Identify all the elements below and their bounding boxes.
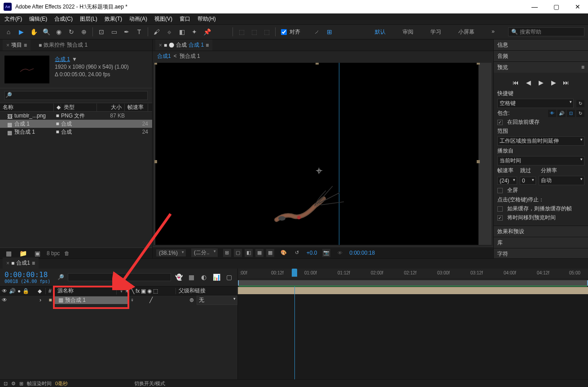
loop-icon[interactable]: ↻	[576, 110, 584, 117]
viewer-canvas[interactable]	[154, 63, 491, 245]
menu-animation[interactable]: 动画(A)	[127, 14, 149, 24]
transparency-icon[interactable]: ▩	[266, 249, 274, 257]
workspace-review[interactable]: 审阅	[401, 28, 415, 36]
last-frame-button[interactable]: ⏭	[562, 78, 570, 87]
col-audio-icon[interactable]: 🔊	[9, 288, 16, 294]
project-item[interactable]: ▦预合成 1 ■合成24	[0, 128, 152, 136]
menu-effect[interactable]: 效果(T)	[103, 14, 124, 24]
col-source-name[interactable]: 源名称	[55, 287, 117, 295]
timeline-search-input[interactable]	[68, 273, 171, 281]
workspace-default[interactable]: 默认	[373, 28, 387, 36]
effects-panel-header[interactable]: 效果和预设	[494, 226, 588, 237]
if-cached-checkbox[interactable]	[497, 206, 503, 212]
viewer-timecode[interactable]: 0:00:00:18	[349, 250, 375, 256]
3d-tool-1[interactable]: ⬚	[237, 27, 246, 37]
parent-dropdown[interactable]: 无	[197, 296, 237, 305]
fps-dropdown[interactable]: (24)	[497, 177, 517, 185]
col-visibility-icon[interactable]: 👁	[2, 288, 7, 294]
range-dropdown[interactable]: 工作区域按当前时间延伸	[497, 136, 584, 146]
menu-help[interactable]: 帮助(H)	[196, 14, 218, 24]
snap-opt-1[interactable]: ⟋	[312, 27, 322, 37]
breadcrumb-parent[interactable]: 预合成 1	[180, 52, 200, 60]
exposure-reset-icon[interactable]: ↺	[293, 249, 301, 257]
tl-icon-draft3d[interactable]: ▢	[224, 272, 234, 282]
mask-icon[interactable]: ▢	[234, 249, 242, 257]
play-button[interactable]: ▶	[536, 78, 545, 87]
viewer-tab[interactable]: × ■ ⚪ 合成 合成 1 ≡	[155, 39, 212, 51]
camera-tool[interactable]: ⊕	[79, 27, 89, 37]
include-video-icon[interactable]: 👁	[548, 110, 556, 117]
work-area-bar[interactable]	[238, 280, 588, 286]
tl-icon-shy[interactable]: 👻	[174, 272, 184, 282]
project-item[interactable]: ▦合成 1 ■合成24	[0, 120, 152, 128]
reset-icon[interactable]: ↻	[576, 100, 584, 107]
region-icon[interactable]: ◧	[245, 249, 253, 257]
color-icon[interactable]: 🎨	[280, 249, 288, 257]
first-frame-button[interactable]: ⏮	[511, 78, 520, 87]
menu-file[interactable]: 文件(F)	[3, 14, 24, 24]
comp-icon[interactable]: ▣	[32, 248, 42, 258]
minimize-button[interactable]: —	[528, 3, 541, 10]
folder-icon[interactable]: 📁	[18, 248, 28, 258]
shortcut-dropdown[interactable]: 空格键	[497, 99, 574, 108]
rect-tool[interactable]: ▭	[109, 27, 119, 37]
preview-panel-header[interactable]: 预览≡	[494, 62, 588, 73]
header-name[interactable]: 名称	[0, 104, 54, 111]
workspace-overflow[interactable]: »	[490, 28, 496, 36]
effect-controls-tab[interactable]: ■ 效果控件 预合成 1	[35, 39, 91, 51]
pen-tool[interactable]: ✒	[122, 27, 132, 37]
timeline-tab[interactable]: × ■ 合成1 ≡	[3, 257, 39, 269]
tl-icon-frame-blend[interactable]: ▦	[186, 272, 196, 282]
menu-layer[interactable]: 图层(L)	[78, 14, 99, 24]
bpc-label[interactable]: 8 bpc	[47, 250, 60, 257]
orbit-tool[interactable]: ◉	[54, 27, 64, 37]
timeline-ruler[interactable]: :00f 00:12f 01:00f 01:12f 02:00f 02:12f …	[238, 269, 588, 279]
col-lock-icon[interactable]: 🔒	[22, 288, 29, 294]
prev-frame-button[interactable]: ◀	[524, 78, 533, 87]
timeline-timecode[interactable]: 0:00:00:18	[4, 270, 50, 279]
comp-name-link[interactable]: 合成 1	[55, 56, 70, 63]
layer-duration-bar[interactable]	[238, 287, 588, 294]
snapshot-icon[interactable]: 📷	[322, 249, 330, 257]
status-icon-3[interactable]: ⊞	[19, 381, 23, 387]
workspace-learn[interactable]: 学习	[429, 28, 443, 36]
include-overlay-icon[interactable]: ⊡	[567, 110, 575, 117]
snap-checkbox[interactable]	[281, 29, 287, 35]
fullscreen-checkbox[interactable]	[497, 188, 503, 193]
roto-tool[interactable]: ✦	[189, 27, 199, 37]
project-search-input[interactable]	[4, 91, 148, 100]
header-size[interactable]: 大小	[97, 104, 125, 111]
header-fps[interactable]: 帧速率	[125, 104, 148, 111]
menu-view[interactable]: 视图(V)	[153, 14, 174, 24]
layer-name[interactable]: 预合成 1	[65, 296, 86, 304]
move-time-checkbox[interactable]	[497, 215, 503, 221]
header-type[interactable]: 类型	[61, 104, 97, 111]
next-frame-button[interactable]: ▶	[549, 78, 558, 87]
eraser-tool[interactable]: ◧	[177, 27, 187, 37]
rotate-tool[interactable]: ↻	[66, 27, 76, 37]
help-search[interactable]: 🔍 搜索帮助	[508, 27, 584, 36]
info-panel-header[interactable]: 信息	[494, 39, 588, 50]
channel-icon[interactable]: ▦	[255, 249, 263, 257]
puppet-tool[interactable]: 📌	[202, 27, 212, 37]
snap-opt-2[interactable]: ⊞	[325, 27, 334, 37]
menu-window[interactable]: 窗口	[178, 14, 192, 24]
playfrom-dropdown[interactable]: 当前时间	[497, 156, 584, 165]
anchor-point-icon[interactable]	[316, 168, 322, 174]
res-dropdown[interactable]: 自动	[539, 176, 584, 185]
resolution-dropdown[interactable]: (二分..	[191, 248, 218, 257]
parent-pickwhip-icon[interactable]: ⊚	[189, 297, 194, 303]
project-tab[interactable]: ×项目 ≡	[3, 39, 31, 51]
anchor-tool[interactable]: ⊡	[97, 27, 106, 37]
3d-tool-3[interactable]: ⬚	[262, 27, 272, 37]
header-label[interactable]: ◆	[54, 104, 61, 110]
workspace-small[interactable]: 小屏幕	[456, 28, 476, 36]
trash-icon[interactable]: 🗑	[64, 250, 70, 257]
timeline-layer[interactable]: 👁 › ■ ▦ 预合成 1 ♀╱ ⊚ 无	[0, 296, 237, 304]
status-icon-1[interactable]: ⊡	[4, 381, 8, 387]
project-item[interactable]: 🖼tumblr_...png ■PNG 文件87 KB	[0, 112, 152, 120]
include-audio-icon[interactable]: 🔊	[557, 110, 566, 117]
show-snapshot-icon[interactable]: 👁	[336, 249, 344, 257]
maximize-button[interactable]: ▢	[549, 3, 563, 10]
3d-tool-2[interactable]: ⬚	[249, 27, 259, 37]
